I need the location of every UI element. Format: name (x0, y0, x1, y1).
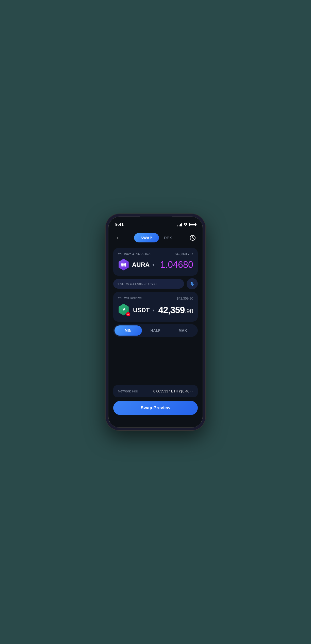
rate-pill: 1 AURA = 41,986.23 USDT (113, 279, 184, 289)
max-button[interactable]: MAX (169, 325, 197, 336)
aura-icon (118, 259, 129, 271)
from-token-chevron: ▾ (153, 263, 154, 267)
balance-label: You have 4.737 AURA (118, 252, 151, 256)
to-token-chevron: ▾ (153, 308, 154, 312)
from-amount-whole: 1. (160, 259, 168, 270)
tab-dex[interactable]: DEX (159, 233, 177, 242)
to-token-selector[interactable]: ₮ OP USDT ▾ (118, 304, 154, 317)
fee-value-button[interactable]: 0.0035337 ETH ($0.46) › (153, 389, 193, 393)
wifi-icon (184, 223, 188, 227)
rate-row: 1 AURA = 41,986.23 USDT (113, 277, 198, 290)
from-amount[interactable]: 1.04680 (160, 259, 193, 270)
svg-point-3 (121, 265, 126, 267)
from-token-selector[interactable]: AURA ▾ (118, 259, 154, 271)
history-button[interactable] (188, 233, 198, 243)
notch (140, 217, 172, 226)
balance-usd: $42,360.737 (175, 252, 193, 256)
receive-label: You will Receive (118, 296, 142, 300)
history-icon (190, 235, 196, 241)
network-fee-label: Network Fee (118, 389, 138, 393)
to-token-row: ₮ OP USDT ▾ 42,359.90 (118, 304, 193, 317)
phone-frame: 9:41 ← SWAP (106, 214, 205, 430)
swap-arrows-button[interactable] (187, 278, 198, 289)
fee-row: Network Fee 0.0035337 ETH ($0.46) › (118, 389, 193, 393)
to-amount-whole: 42,359 (158, 305, 185, 315)
swap-preview-button[interactable]: Swap Preview (113, 401, 198, 415)
op-badge: OP (126, 312, 130, 317)
header: ← SWAP DEX (108, 229, 203, 245)
receive-usd: $42,359.90 (177, 296, 193, 300)
network-fee-section: Network Fee 0.0035337 ETH ($0.46) › (113, 385, 198, 397)
safe-area (113, 418, 198, 423)
from-token-row: AURA ▾ 1.04680 (118, 259, 193, 271)
status-icons (177, 223, 196, 227)
network-fee-value: 0.0035337 ETH ($0.46) (153, 389, 190, 393)
to-amount: 42,359.90 (158, 305, 193, 316)
balance-row: You have 4.737 AURA $42,360.737 (118, 252, 193, 256)
swap-arrows-icon (190, 281, 195, 286)
min-button[interactable]: MIN (114, 325, 142, 336)
tab-group: SWAP DEX (134, 233, 177, 242)
half-button[interactable]: HALF (142, 325, 169, 336)
tab-swap[interactable]: SWAP (134, 233, 159, 242)
signal-icon (177, 223, 182, 226)
status-time: 9:41 (115, 222, 124, 227)
from-token-name: AURA (132, 261, 150, 268)
rate-text: 1 AURA = 41,986.23 USDT (117, 282, 157, 286)
usdt-icon-wrapper: ₮ OP (118, 304, 130, 317)
spacer (113, 338, 198, 384)
receive-row: You will Receive $42,359.90 (118, 296, 193, 301)
amount-buttons: MIN HALF MAX (113, 324, 198, 337)
main-content: You have 4.737 AURA $42,360.737 AURA ▾ (108, 245, 203, 428)
to-amount-decimal: .90 (185, 308, 193, 315)
back-button[interactable]: ← (113, 233, 123, 243)
battery-icon (189, 223, 196, 226)
to-section: You will Receive $42,359.90 ₮ OP USDT ▾ (113, 292, 198, 322)
from-amount-decimal: 04680 (168, 259, 193, 270)
from-section: You have 4.737 AURA $42,360.737 AURA ▾ (113, 248, 198, 276)
to-token-name: USDT (133, 307, 150, 314)
fee-chevron-right-icon: › (192, 389, 193, 393)
